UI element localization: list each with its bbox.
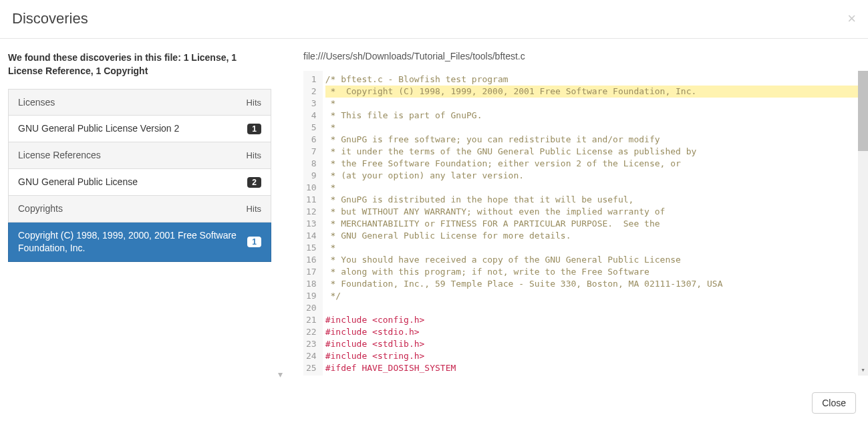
- line-number: 2: [306, 86, 317, 98]
- discoveries-modal: Discoveries × We found these discoveries…: [0, 0, 868, 423]
- code-content[interactable]: /* bftest.c - Blowfish test program * Co…: [323, 71, 858, 376]
- hits-badge: 2: [247, 177, 261, 188]
- file-path: file:///Users/sh/Downloads/Tutorial_File…: [303, 51, 868, 61]
- line-number: 23: [306, 338, 317, 350]
- line-number: 18: [306, 278, 317, 290]
- code-line: * Copyright (C) 1998, 1999, 2000, 2001 F…: [325, 86, 858, 98]
- line-number: 16: [306, 254, 317, 266]
- list-item-license[interactable]: GNU General Public License Version 2 1: [8, 116, 271, 142]
- code-line: *: [325, 182, 858, 194]
- line-number: 17: [306, 266, 317, 278]
- code-line: #include <config.h>: [325, 314, 858, 326]
- hits-column-label: Hits: [247, 98, 261, 108]
- code-line: #include <io.h>: [325, 374, 858, 376]
- scroll-down-icon[interactable]: ▾: [858, 365, 868, 376]
- list-item-label: GNU General Public License Version 2: [18, 122, 247, 135]
- list-item-license-reference[interactable]: GNU General Public License 2: [8, 169, 271, 196]
- line-number-gutter: 1234567891011121314151617181920212223242…: [303, 71, 323, 376]
- close-icon[interactable]: ×: [847, 11, 856, 26]
- summary-text: We found these discoveries in this file:…: [8, 51, 271, 78]
- section-title: Copyrights: [18, 202, 247, 215]
- hits-column-label: Hits: [247, 150, 261, 160]
- code-line: #ifdef HAVE_DOSISH_SYSTEM: [325, 362, 858, 374]
- close-button[interactable]: Close: [812, 392, 856, 414]
- line-number: 24: [306, 350, 317, 362]
- code-line: * This file is part of GnuPG.: [325, 110, 858, 122]
- line-number: 10: [306, 182, 317, 194]
- code-line: */: [325, 290, 858, 302]
- line-number: 21: [306, 314, 317, 326]
- code-line: *: [325, 242, 858, 254]
- section-title: Licenses: [18, 96, 247, 109]
- code-line: * Foundation, Inc., 59 Temple Place - Su…: [325, 278, 858, 290]
- code-line: * but WITHOUT ANY WARRANTY; without even…: [325, 206, 858, 218]
- line-number: 7: [306, 146, 317, 158]
- file-preview-panel: file:///Users/sh/Downloads/Tutorial_File…: [277, 51, 868, 376]
- code-line: [325, 302, 858, 314]
- line-number: 6: [306, 134, 317, 146]
- line-number: 5: [306, 122, 317, 134]
- code-line: #include <stdio.h>: [325, 326, 858, 338]
- line-number: 11: [306, 194, 317, 206]
- line-number: 22: [306, 326, 317, 338]
- list-item-label: GNU General Public License: [18, 176, 247, 188]
- line-number: 26: [306, 374, 317, 376]
- hits-badge: 1: [247, 124, 261, 134]
- line-number: 25: [306, 362, 317, 374]
- section-title: License References: [18, 149, 247, 162]
- list-item-copyright[interactable]: Copyright (C) 1998, 1999, 2000, 2001 Fre…: [8, 223, 271, 262]
- hits-badge: 1: [247, 237, 261, 247]
- line-number: 4: [306, 110, 317, 122]
- code-line: * it under the terms of the GNU General …: [325, 146, 858, 158]
- line-number: 13: [306, 218, 317, 230]
- line-number: 20: [306, 302, 317, 314]
- scrollbar-thumb[interactable]: [858, 71, 868, 151]
- modal-body: We found these discoveries in this file:…: [0, 39, 868, 384]
- line-number: 3: [306, 98, 317, 110]
- line-number: 15: [306, 242, 317, 254]
- section-header-licenses: Licenses Hits: [8, 90, 271, 116]
- code-line: * GNU General Public License for more de…: [325, 230, 858, 242]
- code-line: /* bftest.c - Blowfish test program: [325, 74, 858, 86]
- list-item-label: Copyright (C) 1998, 1999, 2000, 2001 Fre…: [18, 229, 247, 255]
- modal-header: Discoveries ×: [0, 0, 868, 39]
- hits-column-label: Hits: [247, 204, 261, 214]
- code-line: * GnuPG is distributed in the hope that …: [325, 194, 858, 206]
- section-header-license-references: License References Hits: [8, 142, 271, 169]
- vertical-scrollbar[interactable]: ▾: [858, 71, 868, 376]
- modal-title: Discoveries: [12, 10, 88, 27]
- code-line: #include <stdlib.h>: [325, 338, 858, 350]
- line-number: 9: [306, 170, 317, 182]
- discoveries-panel: We found these discoveries in this file:…: [8, 51, 277, 376]
- code-line: * along with this program; if not, write…: [325, 266, 858, 278]
- code-line: *: [325, 98, 858, 110]
- code-line: #include <string.h>: [325, 350, 858, 362]
- line-number: 14: [306, 230, 317, 242]
- code-line: * You should have received a copy of the…: [325, 254, 858, 266]
- line-number: 1: [306, 74, 317, 86]
- code-viewer: 1234567891011121314151617181920212223242…: [303, 71, 868, 376]
- line-number: 12: [306, 206, 317, 218]
- line-number: 8: [306, 158, 317, 170]
- code-line: *: [325, 122, 858, 134]
- section-header-copyrights: Copyrights Hits: [8, 196, 271, 223]
- code-line: * (at your option) any later version.: [325, 170, 858, 182]
- line-number: 19: [306, 290, 317, 302]
- modal-footer: Close: [0, 384, 868, 423]
- code-line: * MERCHANTABILITY or FITNESS FOR A PARTI…: [325, 218, 858, 230]
- discoveries-list: Licenses Hits GNU General Public License…: [8, 89, 271, 262]
- code-line: * GnuPG is free software; you can redist…: [325, 134, 858, 146]
- code-line: * the Free Software Foundation; either v…: [325, 158, 858, 170]
